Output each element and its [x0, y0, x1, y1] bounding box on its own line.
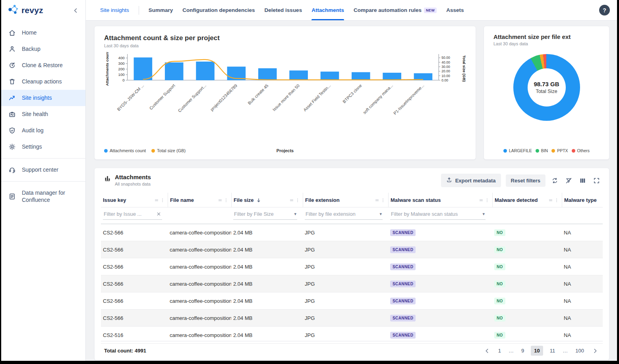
help-button[interactable]: ?: [599, 5, 610, 15]
column-header-file-extension[interactable]: File extension: [303, 193, 388, 207]
filter-cell: Filter by File Size▾: [231, 209, 303, 220]
fullscreen-button[interactable]: [592, 176, 601, 185]
filter-menu-icon[interactable]: [217, 197, 223, 203]
sidebar-item-clone-restore[interactable]: Clone & Restore: [1, 57, 85, 74]
filter-menu-icon[interactable]: [289, 197, 294, 203]
column-header-file-name[interactable]: File name: [168, 193, 231, 207]
legend-item-attachments-count[interactable]: Attachments count: [104, 148, 146, 153]
filter-input-malware-scan-status[interactable]: Filter by Malware scan status▾: [390, 209, 486, 220]
sidebar-item-audit-log[interactable]: Audit log: [1, 122, 85, 139]
sidebar-item-backup[interactable]: Backup: [1, 41, 85, 57]
tab-deleted-issues[interactable]: Deleted issues: [265, 0, 302, 20]
support-icon: [8, 166, 16, 174]
svg-text:BYOS- JSW-CM ...: BYOS- JSW-CM ...: [116, 83, 145, 112]
tab-compare-automation-rules[interactable]: Compare automation rulesNEW: [354, 0, 437, 20]
sidebar-divider: [1, 181, 85, 182]
cell-file-name: camera-coffee-composition: [168, 310, 231, 326]
table-row[interactable]: CS2-566camera-coffee-composition2.04 MBJ…: [101, 292, 603, 310]
sidebar-item-cleanup-actions[interactable]: Cleanup actions: [1, 74, 85, 90]
tab-site-insights[interactable]: Site insights: [100, 0, 129, 20]
sort-desc-icon[interactable]: [256, 197, 261, 203]
column-menu-icon[interactable]: [380, 197, 386, 203]
table-row[interactable]: CS2-566camera-coffee-composition2.04 MBJ…: [101, 310, 603, 327]
legend-item-pptx[interactable]: PPTX: [551, 148, 568, 153]
prev-page-button[interactable]: [483, 347, 491, 355]
svg-text:P1-IssueImproveme...: P1-IssueImproveme...: [393, 83, 425, 116]
svg-text:Issue more than 50: Issue more than 50: [271, 83, 300, 112]
column-header-issue-key[interactable]: Issue key: [101, 193, 168, 207]
table-row[interactable]: CS2-566camera-coffee-composition2.04 MBJ…: [101, 258, 603, 275]
column-label: Malware detected: [495, 197, 538, 203]
reset-filters-button[interactable]: Reset filters: [506, 174, 545, 187]
column-menu-icon[interactable]: [484, 197, 490, 203]
legend-item-largefile[interactable]: LARGEFILE: [503, 148, 532, 153]
table-row[interactable]: CS2-566camera-coffee-composition2.04 MBJ…: [101, 275, 603, 292]
page-1-button[interactable]: 1: [495, 346, 504, 356]
cell-malware-scan-status: SCANNED: [388, 241, 492, 258]
clear-filter-icon[interactable]: [156, 211, 161, 217]
sidebar-item-site-insights[interactable]: Site insights: [1, 90, 85, 106]
column-label: File name: [170, 197, 194, 203]
table-subtitle: All snapshots data: [115, 182, 151, 186]
column-menu-icon[interactable]: [295, 197, 300, 203]
sidebar-nav: HomeBackupClone & RestoreCleanup actions…: [1, 21, 85, 208]
page-9-button[interactable]: 9: [518, 346, 527, 356]
column-header-file-size[interactable]: File size: [231, 193, 303, 207]
table-row[interactable]: CS2-566camera-coffee-composition2.04 MBJ…: [101, 241, 603, 258]
chevron-down-icon[interactable]: ▾: [482, 211, 485, 217]
donut-total-label: Total Size: [536, 89, 557, 94]
filter-placeholder: Filter by Malware scan status: [391, 211, 458, 217]
page-11-button[interactable]: 11: [547, 346, 559, 356]
legend-item-others[interactable]: Others: [572, 148, 590, 153]
next-page-button[interactable]: [591, 347, 600, 355]
legend-item-total-size-gb[interactable]: Total size (GB): [151, 148, 186, 153]
tab-assets[interactable]: Assets: [446, 0, 464, 20]
home-icon: [8, 29, 16, 37]
column-header-malware-detected[interactable]: Malware detected: [492, 193, 562, 207]
table-row[interactable]: CS2-566camera-coffee-composition2.04 MBJ…: [101, 224, 603, 241]
tab-configuration-dependencies[interactable]: Configuration dependencies: [182, 0, 255, 20]
table-header: Issue keyFile nameFile sizeFile extensio…: [101, 193, 603, 207]
column-menu-icon[interactable]: [223, 197, 229, 203]
filter-menu-icon[interactable]: [478, 197, 484, 203]
page-10-button[interactable]: 10: [531, 346, 543, 356]
chevron-down-icon[interactable]: ▾: [379, 211, 382, 217]
filter-input-file-size[interactable]: Filter by File Size▾: [233, 209, 297, 220]
sidebar-item-data-manager-for-confluence[interactable]: Data manager for Confluence: [1, 185, 85, 208]
filter-cell: Filter by Malware scan status▾: [388, 209, 492, 220]
sidebar-item-support-center[interactable]: Support center: [1, 162, 85, 178]
donut-total-value: 98.73 GB: [534, 81, 559, 87]
column-header-malware-type[interactable]: Malware type: [562, 193, 603, 207]
filter-input-issue-key[interactable]: Filter by Issue ...: [103, 209, 162, 220]
sidebar-item-site-health[interactable]: Site health: [1, 106, 85, 122]
tab-attachments[interactable]: Attachments: [311, 0, 344, 20]
tab-summary[interactable]: Summary: [149, 0, 173, 20]
cell-malware-detected: NO: [492, 224, 562, 241]
sidebar-item-settings[interactable]: Settings: [1, 139, 85, 155]
column-menu-icon[interactable]: [160, 197, 165, 203]
column-header-malware-scan-status[interactable]: Malware scan status: [388, 193, 492, 207]
refresh-button[interactable]: [550, 176, 559, 185]
sidebar: revyz HomeBackupClone & RestoreCleanup a…: [1, 0, 86, 361]
revyz-logo[interactable]: revyz: [7, 4, 43, 17]
cell-malware-type: NA: [562, 241, 603, 258]
clear-filter-button[interactable]: [564, 176, 573, 185]
scan-status-badge: SCANNED: [390, 263, 416, 270]
svg-text:200: 200: [118, 67, 125, 71]
filter-menu-icon[interactable]: [374, 197, 380, 203]
filter-menu-icon[interactable]: [154, 197, 159, 203]
manage-columns-button[interactable]: [578, 176, 587, 185]
filter-menu-icon[interactable]: [548, 197, 553, 203]
filter-input-file-extension[interactable]: Filter by file extension▾: [305, 209, 383, 220]
cell-malware-detected: NO: [492, 310, 562, 326]
cell-malware-scan-status: SCANNED: [388, 310, 492, 326]
cell-malware-type: NA: [562, 258, 603, 275]
column-menu-icon[interactable]: [554, 197, 559, 203]
sidebar-item-home[interactable]: Home: [1, 25, 85, 41]
scan-status-badge: SCANNED: [390, 298, 416, 304]
sidebar-collapse-button[interactable]: [71, 6, 81, 15]
page-100-button[interactable]: 100: [572, 346, 587, 356]
chevron-down-icon[interactable]: ▾: [294, 211, 296, 217]
legend-item-bin[interactable]: BIN: [536, 148, 548, 153]
export-metadata-button[interactable]: Export metadata: [441, 174, 501, 187]
